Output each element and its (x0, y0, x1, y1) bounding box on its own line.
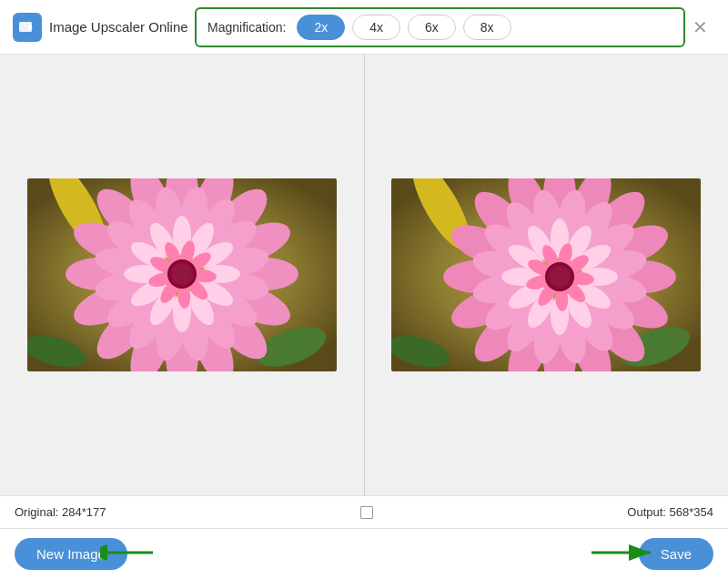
mag-4x-button[interactable]: 4x (352, 15, 400, 40)
output-size-label: Output: 568*354 (627, 505, 713, 519)
original-image (27, 178, 337, 371)
app-icon (13, 13, 42, 42)
original-image-panel (0, 55, 364, 495)
output-image (391, 178, 701, 371)
svg-point-60 (173, 265, 191, 283)
info-bar: Original: 284*177 Output: 568*354 (0, 495, 728, 528)
mag-8x-button[interactable]: 8x (463, 15, 511, 40)
left-arrow (100, 539, 155, 570)
info-center (106, 506, 627, 519)
action-bar: New Image Save (0, 528, 728, 579)
output-image-panel (365, 55, 729, 495)
header: Image Upscaler Online Magnification: 2x … (0, 0, 728, 55)
logo-area: Image Upscaler Online (13, 13, 195, 42)
app-title: Image Upscaler Online (49, 19, 188, 35)
right-arrow (587, 539, 660, 570)
main-content (0, 55, 728, 495)
close-button[interactable]: ✕ (685, 13, 715, 42)
svg-point-119 (551, 268, 569, 286)
magnification-control: Magnification: 2x 4x 6x 8x (195, 7, 685, 47)
mag-6x-button[interactable]: 6x (408, 15, 456, 40)
center-square-icon (360, 506, 373, 519)
original-size-label: Original: 284*177 (15, 505, 106, 519)
mag-2x-button[interactable]: 2x (297, 15, 345, 40)
magnification-label: Magnification: (207, 20, 286, 35)
